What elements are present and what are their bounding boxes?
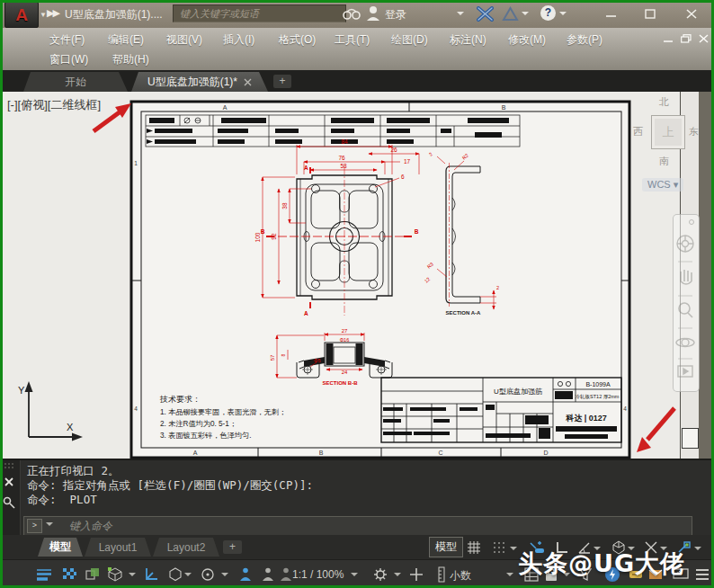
menu-view[interactable]: 视图(V) [166,32,202,48]
secb-dim-27: 27 [342,328,348,334]
quick-access-expand-icon[interactable]: ▶▶ [47,7,58,19]
model-space-toggle[interactable]: 模型 [429,537,463,557]
snap-mode-toggle[interactable] [488,538,510,557]
zone-top-b: B [502,104,506,111]
viewcube-south[interactable]: 南 [659,155,669,168]
osnap-dropdown-icon[interactable] [694,547,701,554]
command-input[interactable]: > 键入命令 [23,516,692,536]
paper-frame: A B A B C D 1 4 4 [131,102,629,458]
menu-help[interactable]: 帮助(H) [112,52,149,67]
navigation-bar[interactable] [673,214,700,392]
dynamic-ucs-toggle[interactable] [139,564,163,585]
tab-start[interactable]: 开始 [23,72,128,92]
annotation-monitor-toggle[interactable] [196,564,219,585]
drawing-canvas[interactable]: A B A B C D 1 4 4 [0,92,714,459]
viewport-controls[interactable]: [-][俯视][二维线框] [7,97,101,113]
annotation-arrow-bottom-right [637,408,674,452]
annotation-dropdown-icon[interactable] [221,573,228,580]
menu-insert[interactable]: 插入(I) [223,32,254,48]
tab-model[interactable]: 模型 [38,538,83,557]
help-icon[interactable]: ? [540,5,556,21]
command-panel-grip[interactable] [0,460,21,537]
menu-file[interactable]: 文件(F) [49,32,85,48]
transparency-toggle[interactable] [58,564,81,585]
command-line-1: 正在打印视口 2。 [27,464,313,478]
secb-dim-24: 24 [342,370,348,375]
help-search-input[interactable]: 键入关键字或短语 [173,4,346,22]
annotation-scale-value[interactable]: 1:1 / 100% [292,568,344,581]
wcs-menu[interactable]: WCS ▾ [642,178,683,192]
snap-dropdown-icon[interactable] [510,547,517,554]
ucs-dropdown-icon[interactable] [184,573,192,580]
orbit-icon [676,339,694,347]
menu-tools[interactable]: 工具(T) [335,32,370,48]
notes-line3: 3. 表面镀五彩锌，色泽均匀. [160,432,251,440]
grid-display-toggle[interactable] [463,538,485,557]
ucs-icon: Y X [18,381,83,441]
document-title: U型底盘加强筋(1).... [65,7,163,22]
zone-left-1: 1 [134,160,138,166]
view-cube[interactable]: 北 西 上 东 南 WCS ▾ [629,95,705,200]
annotation-visibility-toggle[interactable] [234,564,257,585]
menu-draw[interactable]: 绘图(D) [391,32,428,48]
menu-parametric[interactable]: 参数(P) [567,32,602,48]
signin-dropdown-icon[interactable] [457,12,464,19]
a360-icon[interactable] [502,6,519,22]
workspace-dropdown-icon[interactable] [394,573,401,580]
signin-label[interactable]: 登录 [385,7,406,22]
marker-a-bottom: A [304,310,308,316]
units-dropdown-icon[interactable] [506,573,513,580]
doc-minimize-icon[interactable] [664,34,674,43]
title-block-part-name: U型底盘加强筋 [494,388,542,396]
viewcube-north[interactable]: 北 [659,95,669,109]
crosshair-icon[interactable] [405,564,428,585]
lineweight-toggle[interactable] [32,564,56,585]
zone-left-4: 4 [134,405,138,412]
a360-dropdown-icon[interactable] [522,12,529,19]
app-menu-dropdown-icon[interactable]: ▼ [40,11,47,19]
notes-line2: 2. 未注R值均为0. 5-1； [160,420,237,428]
units-value[interactable]: 小数 [450,568,471,584]
viewcube-top-face[interactable]: 上 [651,115,685,149]
secb-dim-phi5: Φ5 [314,358,320,363]
minimize-button[interactable] [595,4,626,22]
workspace-gear-icon[interactable] [369,564,392,585]
exchange-apps-icon[interactable] [477,6,494,22]
menu-format[interactable]: 格式(O) [279,32,316,48]
dim-6: 6 [401,174,405,180]
section-b-label: SECTION B-B [323,380,359,386]
recent-commands-dropdown-icon[interactable] [46,522,53,530]
tab-close-icon[interactable] [244,78,252,86]
menu-window[interactable]: 窗口(W) [49,52,88,67]
command-prompt-icon[interactable]: > [27,519,42,533]
scale-dropdown-icon[interactable] [351,573,358,580]
3d-object-snap-toggle[interactable] [103,564,127,585]
viewcube-east[interactable]: 东 [689,125,699,138]
menu-modify[interactable]: 修改(M) [508,32,546,48]
selection-cycling-toggle[interactable] [81,564,104,585]
title-bar: A ▼ ▶▶ U型底盘加强筋(1).... 键入关键字或短语 登录 ? [0,0,714,28]
tab-layout1[interactable]: Layout1 [85,538,151,557]
seca-dim-t2: 2 [496,285,499,290]
search-binoculars-icon[interactable] [343,5,361,21]
navbar-close-icon [690,220,694,225]
doc-restore-icon[interactable] [681,34,692,43]
doc-close-icon[interactable] [699,34,709,43]
new-tab-button[interactable]: + [273,75,291,88]
viewcube-west[interactable]: 西 [633,125,643,138]
new-layout-button[interactable]: + [223,540,242,554]
help-dropdown-icon[interactable] [559,12,567,19]
tab-current-drawing[interactable]: U型底盘加强筋(1)* [131,72,268,92]
menu-dimension[interactable]: 标注(N) [450,32,486,48]
dim-100: 100 [254,232,261,242]
user-icon[interactable] [366,5,380,22]
menu-edit[interactable]: 编辑(E) [108,32,144,48]
maximize-button[interactable] [635,4,665,22]
scrollbar-thumb[interactable] [682,428,699,449]
close-button[interactable] [676,4,707,22]
tab-layout2[interactable]: Layout2 [153,538,219,557]
customization-menu-icon[interactable] [691,564,714,585]
app-menu-button[interactable]: A [4,2,39,28]
customize-wrench-icon [4,498,15,509]
3dosnap-dropdown-icon[interactable] [129,573,136,580]
